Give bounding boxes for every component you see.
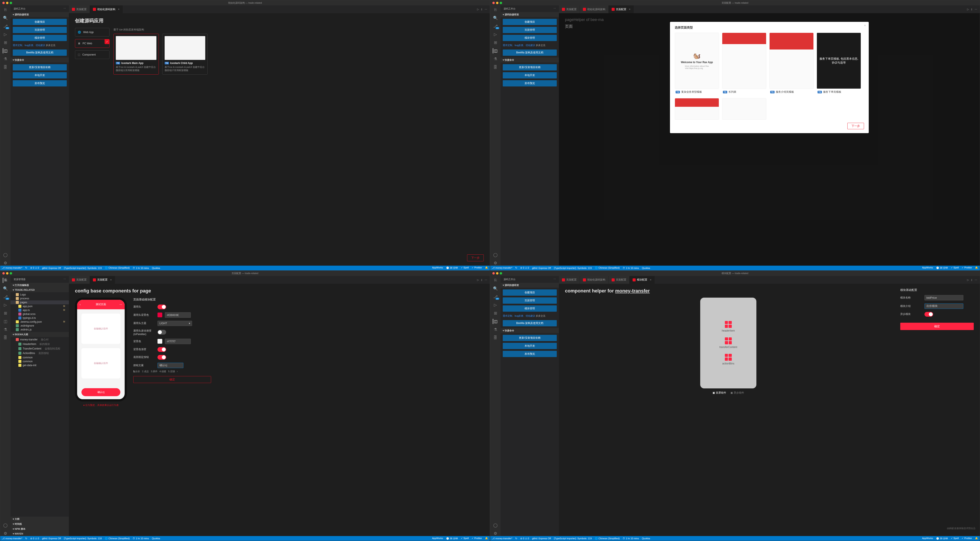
confirm-button[interactable]: 确定 — [900, 323, 974, 330]
time-status[interactable]: ⏱ 1 hr 10 mins — [133, 267, 149, 269]
tree-file[interactable]: global.scss — [11, 312, 69, 316]
create-project-button[interactable]: 创建项目 — [503, 289, 557, 296]
type-component[interactable]: ⬚Component — [75, 50, 110, 59]
tab-page-config[interactable]: 页面配置 — [69, 276, 90, 284]
module-manage-button[interactable]: 模块管理 — [13, 35, 67, 41]
section-npm[interactable]: NPM 脚本 — [11, 527, 69, 531]
tree-file[interactable]: typings.d.ts — [11, 316, 69, 320]
bell-icon[interactable]: 🔔 — [975, 266, 978, 270]
doc-button[interactable]: BeeMa 架构及使用文档 — [503, 320, 557, 326]
test-icon[interactable]: ⚗ — [3, 327, 8, 332]
bell-icon[interactable]: 🔔 — [485, 266, 488, 270]
debug-icon[interactable]: ▷ — [3, 32, 8, 37]
tab-first-screen[interactable]: ▣ 首屏组件 — [713, 391, 726, 395]
branch-status[interactable]: ⎇ money-transfer* — [492, 267, 512, 269]
local-dev-button[interactable]: 本地开发 — [13, 72, 67, 78]
tab-page-config-2[interactable]: 页面配置× — [90, 276, 115, 284]
split-icon[interactable]: ⫿ — [481, 8, 482, 11]
explorer-icon[interactable]: ⎘ — [493, 278, 498, 283]
tree-file[interactable]: app.ts — [11, 308, 69, 312]
section-timeline[interactable]: 时间线 — [11, 522, 69, 527]
explorer-icon[interactable]: ⎘ — [3, 7, 8, 12]
section-outline[interactable]: BEEMA大纲 — [11, 332, 69, 337]
split-icon[interactable]: ⫿ — [481, 278, 482, 281]
section-project[interactable]: TRADE-RELATED — [11, 288, 69, 292]
split-icon[interactable]: ⫿ — [971, 8, 972, 11]
extensions-icon[interactable]: ⊞ — [3, 311, 8, 316]
phone-confirm-button[interactable]: 确认cj — [81, 388, 120, 396]
ts-importer-status[interactable]: [TypeScript Importer]: Symbols: 119 — [64, 267, 102, 269]
account-icon[interactable]: ◯ — [3, 523, 8, 528]
outline-item[interactable]: money-transfer 放心付 — [11, 337, 69, 342]
tab-page-config-2[interactable]: 页面配置× — [609, 5, 634, 13]
quokka-status[interactable]: Quokka — [152, 267, 160, 269]
db-icon[interactable]: 🗄 — [3, 335, 8, 340]
extensions-icon[interactable]: ⊞ — [3, 40, 8, 45]
prettier-status[interactable]: ✓ Prettier — [472, 266, 482, 270]
head-bg-input[interactable] — [165, 312, 191, 318]
close-icon[interactable]: × — [629, 8, 630, 11]
section-outline-2[interactable]: 大纲 — [11, 517, 69, 522]
problems-status[interactable]: ⊘ 0 ⚠ 0 — [30, 267, 39, 269]
doc-button[interactable]: BeeMa 架构及使用文档 — [503, 49, 557, 56]
account-icon[interactable]: ◯ — [493, 252, 498, 257]
create-project-button[interactable]: 创建项目 — [13, 19, 67, 25]
sync-status[interactable]: ↻ — [25, 267, 27, 269]
template-extra-1[interactable] — [675, 98, 719, 120]
template-extra-2[interactable] — [722, 98, 766, 120]
window-controls[interactable] — [2, 2, 12, 4]
toggle-async[interactable] — [924, 312, 933, 317]
run-icon[interactable]: ▷ — [967, 8, 969, 11]
btn-text-input[interactable] — [158, 363, 183, 368]
section-maven[interactable]: MAVEN — [11, 531, 69, 536]
search-icon[interactable]: 🔍 — [493, 15, 498, 21]
next-button[interactable]: 下一步 — [847, 123, 864, 129]
outline-item[interactable]: common — [11, 359, 69, 363]
tab-page-config[interactable]: 页面配置 — [559, 276, 580, 284]
page-manage-button[interactable]: 页面管理 — [503, 297, 557, 304]
githd-status[interactable]: githd: Express Off — [42, 267, 61, 269]
local-dev-button[interactable]: 本地开发 — [503, 343, 557, 349]
close-icon[interactable]: × — [110, 278, 112, 281]
next-button[interactable]: 下一步 — [467, 254, 484, 261]
outline-item[interactable]: HeaderItem 标的模块 — [11, 342, 69, 346]
publish-preview-button[interactable]: 发布预览 — [503, 351, 557, 357]
test-icon[interactable]: ⚗ — [3, 56, 8, 62]
module-manage-button[interactable]: 模块管理 — [503, 305, 557, 312]
section-cmd[interactable]: 快捷命令 — [11, 57, 69, 62]
project-link[interactable]: money-transfer — [615, 288, 650, 294]
toggle-parallax[interactable] — [158, 330, 166, 335]
lang-status[interactable]: 🌐 Chinese (Simplified) — [105, 267, 130, 269]
account-icon[interactable]: ◯ — [493, 523, 498, 528]
modal-backdrop[interactable]: 选择页面类型 × 🐿️ Welcome to Your Rax App More… — [559, 13, 980, 266]
color-swatch[interactable] — [158, 313, 162, 317]
extensions-icon[interactable]: ⊞ — [493, 40, 498, 45]
confirm-button[interactable]: 确定 — [133, 376, 211, 383]
tab-async[interactable]: ▣ 异步组件 — [730, 391, 744, 395]
tab-init-arch[interactable]: 初始化源码架构× — [90, 5, 123, 13]
window-controls[interactable] — [492, 2, 502, 4]
db-icon[interactable]: 🗄 — [493, 335, 498, 340]
theme-select[interactable]: LIGHT▾ — [158, 321, 192, 326]
close-icon[interactable]: × — [118, 8, 119, 11]
tab-page-config[interactable]: 页面配置 — [559, 5, 580, 13]
toggle-fixed-btn[interactable] — [158, 355, 166, 360]
appworks-status[interactable]: AppWorks — [432, 266, 443, 270]
outline-item[interactable]: common — [11, 356, 69, 359]
section-open-editors[interactable]: 打开的编辑器 — [11, 283, 69, 288]
scm-icon[interactable]: ⎇ — [493, 294, 498, 299]
run-icon[interactable]: ▷ — [477, 278, 479, 281]
template-long-list[interactable]: TS长列表 — [722, 33, 766, 95]
tab-init-arch[interactable]: 初始化源码架构 — [580, 276, 609, 284]
gear-icon[interactable]: ⚙ — [3, 260, 8, 266]
more-icon[interactable]: ⋯ — [64, 278, 66, 281]
more-icon[interactable]: ⋯ — [975, 8, 977, 11]
db-icon[interactable]: 🗄 — [493, 65, 498, 70]
debug-icon[interactable]: ▷ — [493, 302, 498, 308]
type-pc-web[interactable]: 🖥PC Web — [75, 39, 110, 48]
scm-icon[interactable]: ⎇ — [493, 24, 498, 29]
more-icon[interactable]: ⋯ — [975, 278, 977, 281]
more-icon[interactable]: ⋯ — [554, 7, 556, 10]
page-manage-button[interactable]: 页面管理 — [503, 27, 557, 33]
tab-init-arch[interactable]: 初始化源码架构 — [580, 5, 609, 13]
